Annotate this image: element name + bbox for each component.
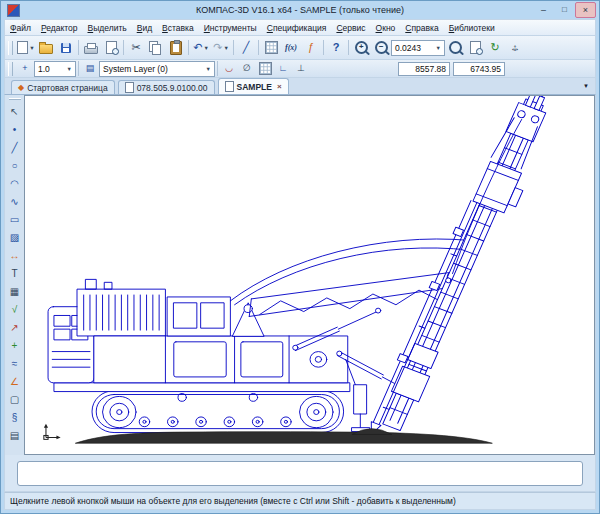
layer-value: System Layer (0) xyxy=(103,64,168,74)
separator xyxy=(217,61,218,76)
tool-measure-button[interactable]: ∠ xyxy=(5,373,24,391)
tool-point-button[interactable]: • xyxy=(5,121,24,139)
table-icon: ▦ xyxy=(10,287,19,297)
grid-snap-button[interactable] xyxy=(256,60,274,77)
grid-toggle-button[interactable] xyxy=(261,38,281,58)
tool-text-button[interactable]: T xyxy=(5,265,24,283)
menu-item-editor[interactable]: Редактор xyxy=(36,22,83,34)
tab-start-page[interactable]: ◆Стартовая страница xyxy=(11,80,115,94)
tool-selection-frame-button[interactable]: ▢ xyxy=(5,391,24,409)
cut-button[interactable]: ✂ xyxy=(126,38,146,58)
close-button[interactable]: × xyxy=(575,2,596,18)
tool-hatch-button[interactable]: ▨ xyxy=(5,229,24,247)
print-preview-button[interactable] xyxy=(101,38,121,58)
tab-close-icon[interactable]: × xyxy=(277,82,282,91)
copy-properties-button[interactable]: ╱ xyxy=(236,38,256,58)
local-cs-button[interactable]: ∟ xyxy=(274,60,292,77)
menu-bar: Файл Редактор Выделить Вид Вставка Инстр… xyxy=(4,19,596,35)
compact-tool-panel: ↖ • ╱ ○ ◠ ∿ ▭ ▨ ↔ T ▦ √ ↗ + ≈ ∠ ▢ § ▤ xyxy=(5,95,24,455)
layer-combo[interactable]: System Layer (0)▼ xyxy=(99,61,215,77)
menu-item-insert[interactable]: Вставка xyxy=(157,22,199,34)
cursor-step-button[interactable]: + xyxy=(16,60,34,77)
tool-table-button[interactable]: ▦ xyxy=(5,283,24,301)
zoom-out-button[interactable]: − xyxy=(371,38,391,58)
panel-grip[interactable] xyxy=(9,98,21,100)
menu-item-view[interactable]: Вид xyxy=(132,22,157,34)
zoom-in-button[interactable]: + xyxy=(351,38,371,58)
no-snap-icon: ∅ xyxy=(243,64,251,73)
tool-arc-button[interactable]: ◠ xyxy=(5,175,24,193)
tool-rectangle-button[interactable]: ▭ xyxy=(5,211,24,229)
tab-drawing-078[interactable]: 078.505.9.0100.00 xyxy=(118,80,215,94)
workspace: ↖ • ╱ ○ ◠ ∿ ▭ ▨ ↔ T ▦ √ ↗ + ≈ ∠ ▢ § ▤ xyxy=(4,95,596,455)
fx-equation-button[interactable]: ƒ xyxy=(301,38,321,58)
kompas-app-icon xyxy=(7,4,20,17)
pan-button[interactable] xyxy=(505,38,525,58)
help-mode-button[interactable]: ? xyxy=(326,38,346,58)
open-button[interactable] xyxy=(36,38,56,58)
zoom-fit-button[interactable] xyxy=(465,38,485,58)
property-input[interactable] xyxy=(17,461,583,486)
print-button[interactable] xyxy=(81,38,101,58)
coord-x-field[interactable]: 8557.88 xyxy=(398,62,450,76)
cursor-step-combo[interactable]: 1.0▼ xyxy=(34,61,76,77)
tool-roughness-button[interactable]: √ xyxy=(5,301,24,319)
new-document-button[interactable]: ▼ xyxy=(16,38,36,58)
print-preview-icon xyxy=(106,41,117,54)
tool-editing-button[interactable]: + xyxy=(5,337,24,355)
copy-button[interactable] xyxy=(146,38,166,58)
tool-circle-button[interactable]: ○ xyxy=(5,157,24,175)
tool-parametrization-button[interactable]: ≈ xyxy=(5,355,24,373)
menu-item-help[interactable]: Справка xyxy=(400,22,443,34)
undo-button[interactable]: ↶▼ xyxy=(191,38,211,58)
dimensions-icon: ↔ xyxy=(10,251,20,261)
minimize-button[interactable]: – xyxy=(533,2,554,18)
status-bar: Щелкните левой кнопкой мыши на объекте д… xyxy=(4,492,596,510)
tab-label: SAMPLE xyxy=(237,82,272,92)
menu-item-file[interactable]: Файл xyxy=(5,22,36,34)
fx-variables-button[interactable]: f(x) xyxy=(281,38,301,58)
redo-button[interactable]: ↷▼ xyxy=(211,38,231,58)
selection-frame-icon: ▢ xyxy=(10,395,19,405)
menu-item-window[interactable]: Окно xyxy=(371,22,401,34)
layers-manage-button[interactable]: ▤ xyxy=(81,60,99,77)
toolbar-grip[interactable] xyxy=(8,41,13,55)
drawing-canvas[interactable] xyxy=(24,95,595,455)
refresh-button[interactable]: ↻ xyxy=(485,38,505,58)
maximize-icon: □ xyxy=(562,6,567,14)
paste-button[interactable] xyxy=(166,38,186,58)
tab-sample[interactable]: SAMPLE× xyxy=(218,78,289,94)
tool-reports-button[interactable]: ▤ xyxy=(5,427,24,445)
property-bar xyxy=(4,455,596,492)
tool-select-button[interactable]: ↖ xyxy=(5,103,24,121)
ortho-button[interactable]: ⊥ xyxy=(292,60,310,77)
tool-spline-button[interactable]: ∿ xyxy=(5,193,24,211)
snaps-disable-button[interactable]: ∅ xyxy=(238,60,256,77)
snap-settings-button[interactable]: ◡ xyxy=(220,60,238,77)
zoom-scale-combo[interactable]: 0.0243▼ xyxy=(391,40,445,56)
redo-icon: ↷ xyxy=(213,42,222,53)
menu-item-libraries[interactable]: Библиотеки xyxy=(444,22,500,34)
tool-specification-button[interactable]: § xyxy=(5,409,24,427)
menu-item-select[interactable]: Выделить xyxy=(83,22,132,34)
separator xyxy=(323,40,324,55)
save-button[interactable] xyxy=(56,38,76,58)
coord-y-field[interactable]: 6743.95 xyxy=(453,62,505,76)
toolbar-grip[interactable] xyxy=(8,62,13,76)
tool-line-button[interactable]: ╱ xyxy=(5,139,24,157)
paste-icon xyxy=(170,41,182,55)
menu-item-service[interactable]: Сервис xyxy=(331,22,370,34)
separator xyxy=(78,61,79,76)
help-icon: ? xyxy=(333,42,340,53)
maximize-button[interactable]: □ xyxy=(554,2,575,18)
hatch-icon: ▨ xyxy=(10,233,19,243)
save-icon xyxy=(61,43,71,53)
tool-designations-button[interactable]: ↗ xyxy=(5,319,24,337)
separator xyxy=(233,40,234,55)
tab-list-dropdown-icon[interactable]: ▼ xyxy=(583,83,589,89)
zoom-selected-button[interactable] xyxy=(445,38,465,58)
tool-dimensions-button[interactable]: ↔ xyxy=(5,247,24,265)
separator xyxy=(123,40,124,55)
menu-item-tools[interactable]: Инструменты xyxy=(199,22,262,34)
menu-item-specification[interactable]: Спецификация xyxy=(262,22,332,34)
